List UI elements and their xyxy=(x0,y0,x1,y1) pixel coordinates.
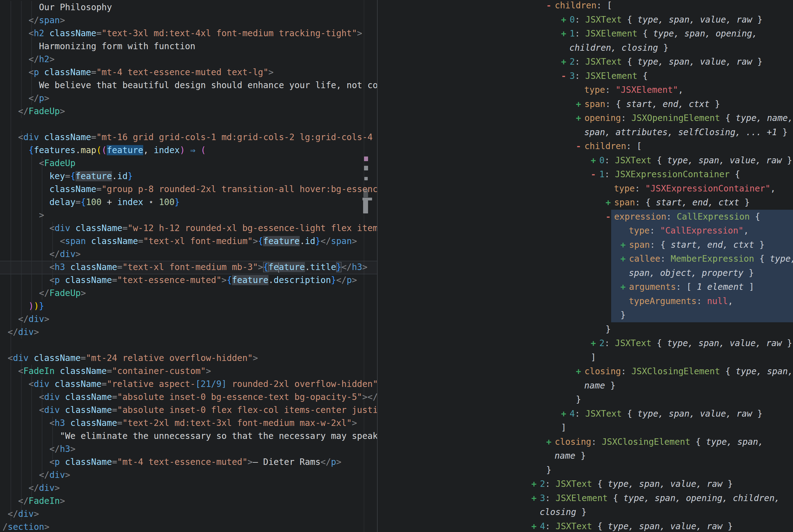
ast-line[interactable]: + span: { start, end, ctxt } xyxy=(0,195,793,210)
collapse-minus-icon[interactable]: - xyxy=(561,71,570,81)
code-token: span xyxy=(614,197,635,208)
ast-line[interactable]: + 4: JSXText { type, span, value, raw } xyxy=(0,519,793,532)
expand-plus-icon[interactable]: + xyxy=(620,254,629,264)
code-token: span xyxy=(584,99,605,109)
ast-line[interactable]: type: "CallExpression", xyxy=(0,224,793,238)
ast-line[interactable]: - children: [ xyxy=(0,0,793,13)
code-token: type xyxy=(629,226,650,236)
code-token: , xyxy=(678,85,683,95)
ast-line[interactable]: + 4: JSXText { type, span, value, raw } xyxy=(0,407,793,421)
code-token: "CallExpression" xyxy=(660,226,743,236)
code-token: type, span, value, raw xyxy=(608,521,722,531)
code-token: : xyxy=(605,169,615,179)
ast-line[interactable]: span, attributes, selfClosing, ... +1 } xyxy=(0,125,793,139)
code-token: closing xyxy=(540,507,581,517)
ast-line[interactable]: children, closing } xyxy=(0,41,793,55)
expand-plus-icon[interactable]: + xyxy=(576,366,584,376)
code-token: type, span, value, raw xyxy=(667,155,782,166)
expand-plus-icon[interactable]: + xyxy=(591,338,599,348)
ast-line[interactable]: } xyxy=(0,393,793,407)
expand-plus-icon[interactable]: + xyxy=(531,479,540,489)
ast-line[interactable]: + 3: JSXElement { type, span, opening, c… xyxy=(0,491,793,506)
code-token: name xyxy=(584,380,610,391)
code-token: span xyxy=(629,240,650,250)
ast-line[interactable]: } xyxy=(0,463,793,477)
expand-plus-icon[interactable]: + xyxy=(561,408,570,419)
code-token: : xyxy=(597,0,607,11)
ast-line[interactable]: } xyxy=(0,308,793,322)
ast-tree-lines: - children: [+ 0: JSXText { type, span, … xyxy=(0,0,793,532)
expand-plus-icon[interactable]: + xyxy=(605,197,614,208)
expand-plus-icon[interactable]: + xyxy=(620,240,629,250)
ast-tree-pane[interactable]: - children: [+ 0: JSXText { type, span, … xyxy=(0,0,793,532)
expand-plus-icon[interactable]: + xyxy=(620,282,629,292)
ast-line[interactable]: + span: { start, end, ctxt } xyxy=(0,238,793,252)
code-token: ] xyxy=(591,352,596,362)
ast-line[interactable]: + opening: JSXOpeningElement { type, nam… xyxy=(0,111,793,125)
code-token: 1 xyxy=(599,169,605,179)
ast-line[interactable]: closing } xyxy=(0,505,793,519)
collapse-minus-icon[interactable]: - xyxy=(605,212,614,222)
ast-line[interactable]: name } xyxy=(0,449,793,463)
ast-line[interactable]: ] xyxy=(0,421,793,435)
ast-line[interactable]: ] xyxy=(0,350,793,365)
collapse-minus-icon[interactable]: - xyxy=(591,169,599,179)
code-token: JSXExpressionContainer xyxy=(615,169,730,179)
collapse-minus-icon[interactable]: - xyxy=(546,0,555,11)
code-token: } xyxy=(752,408,763,419)
ast-line[interactable]: + 2: JSXText { type, span, value, raw } xyxy=(0,55,793,69)
expand-plus-icon[interactable]: + xyxy=(546,437,555,447)
code-token: expression xyxy=(614,212,666,222)
code-token: JSXText xyxy=(615,155,651,166)
ast-line[interactable]: + 0: JSXText { type, span, value, raw } xyxy=(0,13,793,27)
code-token: 2 xyxy=(599,338,605,348)
expand-plus-icon[interactable]: + xyxy=(561,57,570,67)
code-token: CallExpression xyxy=(677,212,750,222)
ast-line[interactable]: - 1: JSXExpressionContainer { xyxy=(0,167,793,182)
ast-line[interactable]: } xyxy=(0,322,793,337)
code-token: start, end, ctxt xyxy=(626,99,710,109)
code-token: { xyxy=(750,212,760,222)
code-token: { xyxy=(690,437,706,447)
code-token: : xyxy=(626,141,637,151)
code-token: } xyxy=(581,451,586,461)
expand-plus-icon[interactable]: + xyxy=(576,99,584,109)
code-token: } xyxy=(605,324,611,334)
code-token: } xyxy=(722,479,733,489)
collapse-minus-icon[interactable]: - xyxy=(576,141,584,151)
ast-line[interactable]: + arguments: [ 1 element ] xyxy=(0,280,793,294)
expand-plus-icon[interactable]: + xyxy=(561,28,570,39)
code-token: } xyxy=(754,240,765,250)
expand-plus-icon[interactable]: + xyxy=(531,521,540,531)
ast-line[interactable]: type: "JSXElement", xyxy=(0,83,793,97)
code-token: JSXClosingElement xyxy=(602,437,690,447)
expand-plus-icon[interactable]: + xyxy=(576,113,584,123)
ast-line[interactable]: + closing: JSXClosingElement { type, spa… xyxy=(0,435,793,449)
expand-plus-icon[interactable]: + xyxy=(561,15,570,25)
ast-line[interactable]: - 3: JSXElement { xyxy=(0,69,793,83)
code-token: JSXText xyxy=(556,521,592,531)
code-token: : xyxy=(605,99,616,109)
ast-line[interactable]: + 1: JSXElement { type, span, opening, xyxy=(0,26,793,41)
ast-line[interactable]: typeArguments: null, xyxy=(0,294,793,308)
expand-plus-icon[interactable]: + xyxy=(591,155,599,166)
ast-line[interactable]: + callee: MemberExpression { type, xyxy=(0,252,793,266)
ast-line[interactable]: type: "JSXExpressionContainer", xyxy=(0,182,793,196)
code-token: type, span, xyxy=(736,366,793,376)
ast-line[interactable]: + closing: JSXClosingElement { type, spa… xyxy=(0,364,793,379)
code-token: 0 xyxy=(599,155,605,166)
ast-line[interactable]: + span: { start, end, ctxt } xyxy=(0,97,793,111)
ast-line[interactable]: + 2: JSXText { type, span, value, raw } xyxy=(0,477,793,491)
code-token: type, span, value, raw xyxy=(667,338,782,348)
ast-line[interactable]: - expression: CallExpression { xyxy=(0,210,793,224)
ast-line[interactable]: + 2: JSXText { type, span, value, raw } xyxy=(0,336,793,350)
code-token: 0 xyxy=(570,15,575,25)
ast-line[interactable]: + 0: JSXText { type, span, value, raw } xyxy=(0,153,793,168)
code-token: { xyxy=(622,15,637,25)
pane-divider[interactable] xyxy=(377,0,378,532)
expand-plus-icon[interactable]: + xyxy=(531,493,540,503)
ast-line[interactable]: - children: [ xyxy=(0,139,793,153)
ast-line[interactable]: name } xyxy=(0,379,793,393)
code-token: : xyxy=(621,366,632,376)
ast-line[interactable]: span, object, property } xyxy=(0,266,793,280)
